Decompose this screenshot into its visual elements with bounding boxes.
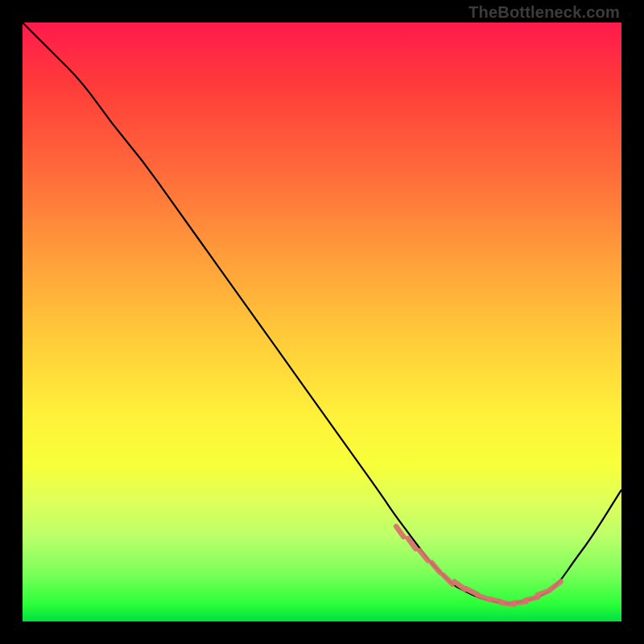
svg-line-1 [408,539,416,549]
chart-frame: TheBottleneck.com [0,0,644,644]
svg-line-4 [444,575,452,584]
svg-line-11 [526,597,539,601]
svg-line-5 [455,582,465,590]
plot-area [23,23,621,621]
svg-line-8 [489,599,502,602]
svg-line-12 [538,590,550,595]
svg-line-2 [419,551,427,560]
highlight-ticks [396,526,560,605]
svg-line-3 [431,563,440,572]
chart-svg [23,23,621,621]
svg-line-10 [514,601,526,603]
watermark-text: TheBottleneck.com [469,3,620,22]
svg-line-6 [466,588,477,594]
svg-line-0 [396,526,403,537]
svg-line-9 [502,603,514,605]
svg-line-13 [551,582,561,590]
bottleneck-curve [23,23,621,604]
svg-line-7 [477,595,489,600]
